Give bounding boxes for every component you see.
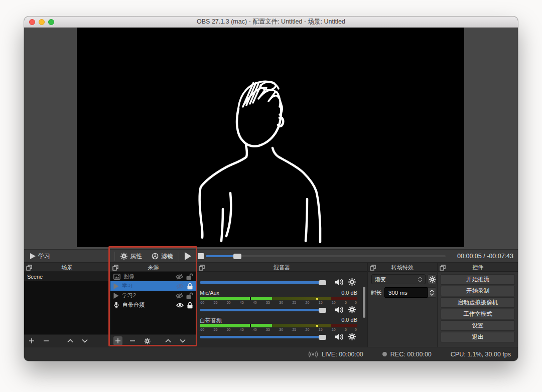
volume-meter [200, 297, 357, 300]
source-label: 学习 [122, 282, 133, 290]
mixer-body: Mic/Aux 0.0 dB -60-55-50-45-40-35-30-25-… [197, 272, 367, 347]
media-time: 00:00:05 / -00:07:43 [457, 250, 513, 263]
volume-slider[interactable] [200, 281, 325, 284]
spin-up-icon [430, 290, 434, 292]
seek-progress [206, 255, 234, 257]
source-row-audio[interactable]: 自带音频 [110, 300, 196, 310]
minimize-button[interactable] [39, 19, 45, 25]
transitions-body: 渐变 时长 [368, 272, 437, 347]
divider [179, 252, 179, 261]
transition-value: 渐变 [375, 276, 386, 283]
visibility-hidden-icon[interactable] [176, 293, 183, 299]
slider-handle[interactable] [319, 308, 326, 313]
speaker-icon[interactable] [335, 306, 343, 313]
seek-handle[interactable] [233, 254, 241, 259]
lock-open-icon[interactable] [186, 292, 193, 299]
speaker-icon[interactable] [335, 333, 343, 340]
controls-header[interactable]: 控件 [438, 263, 518, 272]
duration-input[interactable] [384, 287, 428, 298]
chevron-down-icon [180, 339, 186, 343]
slider-handle[interactable] [319, 335, 326, 340]
transitions-panel: 转场特效 渐变 时长 [368, 263, 437, 347]
filters-button[interactable]: 滤镜 [152, 250, 173, 263]
play-button[interactable] [185, 250, 191, 263]
chevron-up-icon [165, 339, 171, 343]
channel-level: 0.0 dB [341, 317, 357, 323]
source-label: 学习2 [122, 292, 136, 299]
media-icon [113, 283, 119, 289]
close-button[interactable] [29, 19, 35, 25]
remove-source-button[interactable] [128, 336, 137, 345]
source-row-image[interactable]: 图像 [110, 272, 196, 281]
popout-icon [199, 265, 205, 271]
start-virtual-camera-button[interactable]: 启动虚拟摄像机 [441, 297, 515, 308]
duration-label: 时长 [371, 289, 382, 297]
visibility-hidden-icon[interactable] [176, 274, 183, 280]
mixer-title: 混音器 [274, 264, 290, 271]
zoom-button[interactable] [48, 19, 54, 25]
transition-properties-button[interactable] [428, 274, 437, 284]
remove-scene-button[interactable] [42, 336, 51, 345]
controls-title: 控件 [472, 264, 483, 271]
popout-icon [370, 265, 376, 271]
traffic-lights [29, 19, 54, 25]
visibility-hidden-icon[interactable] [176, 283, 184, 289]
speaker-icon[interactable] [335, 279, 343, 286]
add-scene-button[interactable] [27, 336, 36, 345]
lock-closed-icon[interactable] [187, 302, 193, 309]
volume-slider[interactable] [200, 336, 325, 338]
spin-down-icon [430, 293, 434, 296]
status-bar: LIVE: 00:00:00 REC: 00:00:00 CPU: 1.1%, … [24, 347, 518, 361]
properties-button[interactable]: 属性 [120, 250, 142, 263]
volume-slider[interactable] [200, 309, 325, 311]
image-icon [113, 274, 120, 280]
slider-handle[interactable] [319, 280, 326, 285]
source-row-media2[interactable]: 学习2 [110, 291, 196, 300]
obs-window: OBS 27.1.3 (mac) - 配置文件: Untitled - 场景: … [24, 17, 518, 361]
cpu-status: CPU: 1.1%, 30.00 fps [451, 351, 511, 358]
gear-icon [429, 276, 436, 283]
transitions-title: 转场特效 [391, 264, 414, 271]
scrollbar[interactable] [363, 287, 365, 318]
filter-icon [152, 253, 159, 260]
channel-name: Mic/Aux [200, 290, 219, 296]
scene-up-button[interactable] [66, 336, 75, 345]
video-canvas[interactable] [77, 28, 464, 247]
source-up-button[interactable] [164, 336, 173, 345]
media-toolbar: 学习 属性 滤镜 00:00:05 / -00:07:43 [24, 249, 518, 263]
scenes-header[interactable]: 场景 [24, 263, 110, 272]
duration-spinner[interactable] [428, 287, 436, 298]
source-down-button[interactable] [178, 336, 187, 345]
sources-panel: 来源 图像 学习 学习2 [110, 263, 196, 347]
transitions-header[interactable]: 转场特效 [368, 263, 437, 272]
source-label: 自带音频 [122, 301, 145, 309]
start-recording-button[interactable]: 开始录制 [441, 286, 515, 296]
sources-header[interactable]: 来源 [110, 263, 196, 272]
scene-down-button[interactable] [80, 336, 89, 345]
settings-button[interactable]: 设置 [441, 320, 515, 331]
lock-closed-icon[interactable] [187, 283, 193, 290]
studio-mode-button[interactable]: 工作室模式 [441, 309, 515, 319]
title-bar: OBS 27.1.3 (mac) - 配置文件: Untitled - 场景: … [24, 17, 518, 28]
visibility-visible-icon[interactable] [176, 302, 184, 308]
add-source-button[interactable] [113, 336, 122, 345]
exit-button[interactable]: 退出 [441, 332, 515, 342]
channel-level: 0.0 dB [341, 290, 357, 296]
stop-button[interactable] [198, 250, 204, 263]
controls-panel: 控件 开始推流 开始录制 启动虚拟摄像机 工作室模式 设置 退出 [438, 263, 518, 347]
source-label: 图像 [123, 273, 134, 280]
source-row-selected[interactable]: 学习 [110, 281, 196, 291]
mixer-header[interactable]: 混音器 [197, 263, 367, 272]
seek-slider[interactable] [206, 255, 446, 257]
scene-row[interactable]: Scene [24, 272, 110, 281]
gear-icon[interactable] [348, 278, 356, 286]
gear-icon[interactable] [348, 333, 356, 340]
gear-icon[interactable] [348, 306, 356, 313]
scenes-list: Scene [24, 272, 110, 334]
start-streaming-button[interactable]: 开始推流 [441, 274, 515, 285]
lock-open-icon[interactable] [186, 273, 193, 280]
stop-icon [198, 253, 204, 259]
minus-icon [129, 338, 136, 344]
transition-select[interactable]: 渐变 [371, 274, 426, 284]
source-properties-button[interactable] [143, 336, 152, 345]
